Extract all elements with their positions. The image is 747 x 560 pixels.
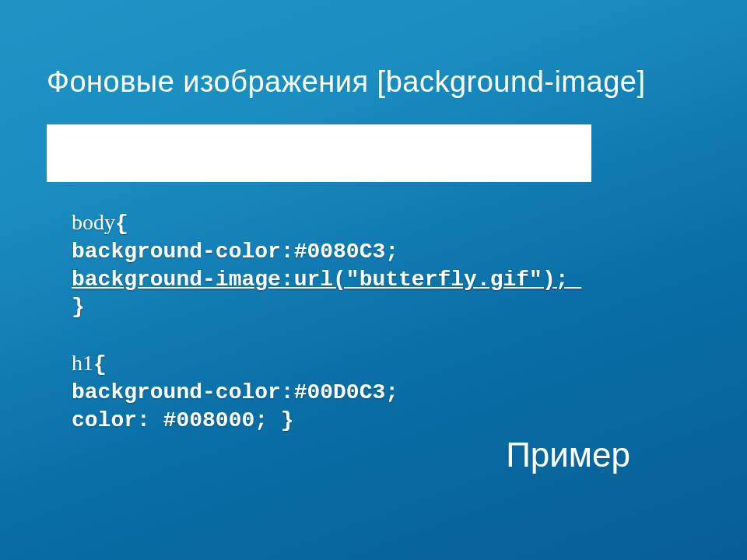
example-label: Пример [506, 436, 630, 474]
code-line-7: color: #008000; } [72, 407, 581, 435]
code-line-3: background-image:url("butterfly.gif"); [72, 266, 581, 294]
slide-title: Фоновые изображения [background-image] [47, 65, 700, 99]
code-line-1: body{ [72, 208, 581, 238]
code-line-5: h1{ [72, 349, 581, 379]
code-selector-body: body [72, 210, 115, 234]
code-line-4: } [72, 293, 581, 321]
code-line-6: background-color:#00D0C3; [72, 379, 581, 407]
code-line-2: background-color:#0080C3; [72, 238, 581, 266]
code-block: body{ background-color:#0080C3; backgrou… [72, 208, 581, 435]
code-blank [72, 321, 581, 349]
code-brace: { [93, 352, 107, 376]
code-selector-h1: h1 [72, 351, 93, 375]
white-bar [47, 124, 591, 182]
slide: Фоновые изображения [background-image] b… [0, 0, 747, 560]
code-brace: { [115, 212, 128, 236]
